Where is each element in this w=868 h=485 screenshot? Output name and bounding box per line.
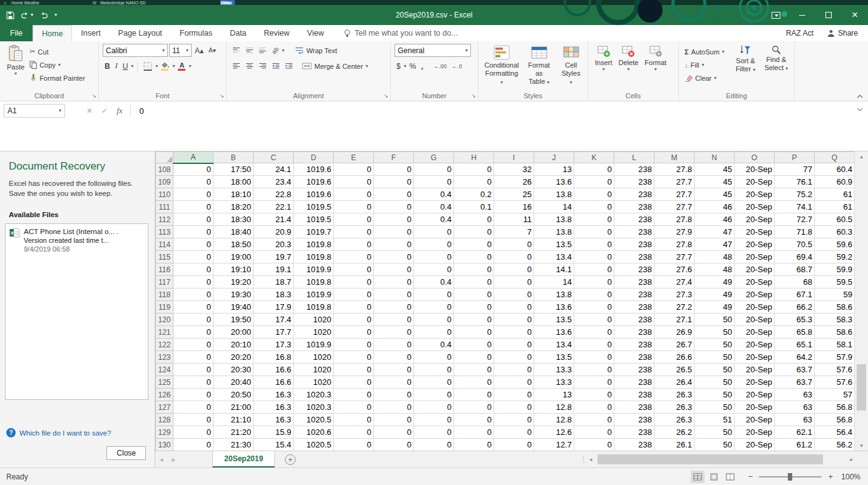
cell-I108[interactable]: 32 — [494, 163, 534, 176]
underline-button[interactable]: U — [121, 59, 130, 73]
cell-H127[interactable]: 0 — [454, 401, 494, 414]
cell-I123[interactable]: 0 — [494, 351, 534, 364]
cell-D114[interactable]: 1019.8 — [294, 238, 334, 251]
cell-I128[interactable]: 0 — [494, 414, 534, 426]
cell-J110[interactable]: 13.8 — [534, 188, 574, 201]
cell-D112[interactable]: 1019.5 — [294, 213, 334, 226]
cell-B119[interactable]: 19:40 — [214, 301, 254, 314]
font-size-select[interactable]: 11▾ — [169, 44, 192, 57]
cell-J123[interactable]: 13.5 — [534, 351, 574, 364]
cell-F119[interactable]: 0 — [374, 301, 414, 314]
scroll-down-arrow[interactable]: ▾ — [855, 441, 868, 451]
row-header-112[interactable]: 112 — [156, 213, 173, 226]
cell-H118[interactable]: 0 — [454, 288, 494, 301]
cell-I122[interactable]: 0 — [494, 339, 534, 351]
row-header-115[interactable]: 115 — [156, 251, 173, 263]
sheet-tab[interactable]: 20Sep2019 — [212, 451, 275, 467]
cell-O111[interactable]: 20-Sep — [735, 201, 775, 213]
column-header-M[interactable]: M — [654, 152, 695, 163]
cell-K124[interactable]: 0 — [574, 364, 614, 376]
row-header-117[interactable]: 117 — [156, 276, 173, 288]
cell-L118[interactable]: 238 — [614, 288, 654, 301]
cell-P121[interactable]: 65.8 — [775, 326, 815, 339]
cell-J127[interactable]: 12.8 — [534, 401, 574, 414]
cell-G117[interactable]: 0.4 — [414, 276, 454, 288]
zoom-out-button[interactable]: − — [748, 472, 753, 481]
cell-B122[interactable]: 20:10 — [214, 339, 254, 351]
cell-H116[interactable]: 0 — [454, 263, 494, 276]
copy-caret-icon[interactable]: ▾ — [58, 63, 61, 68]
cell-B114[interactable]: 18:50 — [214, 238, 254, 251]
clipboard-dialog-launcher[interactable]: ↘ — [91, 93, 96, 99]
cell-D125[interactable]: 1020 — [294, 376, 334, 389]
cell-M109[interactable]: 27.7 — [654, 176, 695, 188]
cell-N114[interactable]: 47 — [695, 238, 735, 251]
tab-home[interactable]: Home — [33, 25, 72, 41]
cell-H130[interactable]: 0 — [454, 439, 494, 451]
cell-Q109[interactable]: 60.9 — [815, 176, 855, 188]
cell-D120[interactable]: 1020 — [294, 314, 334, 326]
cell-E127[interactable]: 0 — [334, 401, 374, 414]
cell-L114[interactable]: 238 — [614, 238, 654, 251]
cell-C125[interactable]: 16.6 — [254, 376, 294, 389]
row-header-121[interactable]: 121 — [156, 326, 173, 339]
row-header-130[interactable]: 130 — [156, 439, 173, 451]
cell-L110[interactable]: 238 — [614, 188, 654, 201]
cell-B127[interactable]: 21:00 — [214, 401, 254, 414]
cell-L121[interactable]: 238 — [614, 326, 654, 339]
account-name[interactable]: RAZ Act — [786, 25, 814, 41]
cell-O114[interactable]: 20-Sep — [735, 238, 775, 251]
cell-L130[interactable]: 238 — [614, 439, 654, 451]
delete-cells-button[interactable]: Delete ▾ — [616, 44, 642, 90]
percent-style-button[interactable]: % — [408, 59, 418, 73]
cell-B113[interactable]: 18:40 — [214, 226, 254, 238]
cell-Q121[interactable]: 58.6 — [815, 326, 855, 339]
cell-F117[interactable]: 0 — [374, 276, 414, 288]
cell-C121[interactable]: 17.7 — [254, 326, 294, 339]
expand-formula-bar-button[interactable] — [857, 108, 863, 111]
cell-E111[interactable]: 0 — [334, 201, 374, 213]
new-sheet-button[interactable]: + — [285, 454, 296, 465]
grow-font-button[interactable]: A▴ — [193, 44, 205, 57]
cell-D119[interactable]: 1019.8 — [294, 301, 334, 314]
zoom-slider-thumb[interactable] — [788, 473, 792, 481]
merge-center-caret-icon[interactable]: ▾ — [366, 64, 368, 69]
cell-A117[interactable]: 0 — [173, 276, 214, 288]
copy-button[interactable]: Copy ▾ — [28, 58, 87, 71]
cell-P124[interactable]: 63.7 — [775, 364, 815, 376]
cell-I129[interactable]: 0 — [494, 426, 534, 439]
cell-G130[interactable]: 0 — [414, 439, 454, 451]
cell-E114[interactable]: 0 — [334, 238, 374, 251]
cell-G123[interactable]: 0 — [414, 351, 454, 364]
cell-O113[interactable]: 20-Sep — [735, 226, 775, 238]
cell-H114[interactable]: 0 — [454, 238, 494, 251]
font-color-caret-icon[interactable]: ▾ — [189, 64, 191, 69]
row-header-109[interactable]: 109 — [156, 176, 173, 188]
cell-A114[interactable]: 0 — [173, 238, 214, 251]
cell-B123[interactable]: 20:20 — [214, 351, 254, 364]
cell-F124[interactable]: 0 — [374, 364, 414, 376]
cell-A130[interactable]: 0 — [173, 439, 214, 451]
cell-H124[interactable]: 0 — [454, 364, 494, 376]
cell-L128[interactable]: 238 — [614, 414, 654, 426]
row-header-114[interactable]: 114 — [156, 238, 173, 251]
row-header-118[interactable]: 118 — [156, 288, 173, 301]
cell-I119[interactable]: 0 — [494, 301, 534, 314]
cell-C115[interactable]: 19.7 — [254, 251, 294, 263]
cell-F112[interactable]: 0 — [374, 213, 414, 226]
cell-C122[interactable]: 17.3 — [254, 339, 294, 351]
row-header-120[interactable]: 120 — [156, 314, 173, 326]
cell-K130[interactable]: 0 — [574, 439, 614, 451]
cell-K113[interactable]: 0 — [574, 226, 614, 238]
fill-color-button[interactable] — [159, 59, 171, 73]
ribbon-display-options-button[interactable] — [763, 5, 789, 25]
cell-F122[interactable]: 0 — [374, 339, 414, 351]
format-cells-button[interactable]: Format ▾ — [641, 44, 669, 90]
number-format-select[interactable]: General▾ — [395, 44, 471, 57]
cell-D130[interactable]: 1020.5 — [294, 439, 334, 451]
cell-N112[interactable]: 46 — [695, 213, 735, 226]
cell-J121[interactable]: 13.6 — [534, 326, 574, 339]
cell-B130[interactable]: 21:30 — [214, 439, 254, 451]
cell-A129[interactable]: 0 — [173, 426, 214, 439]
cell-D126[interactable]: 1020.3 — [294, 389, 334, 401]
